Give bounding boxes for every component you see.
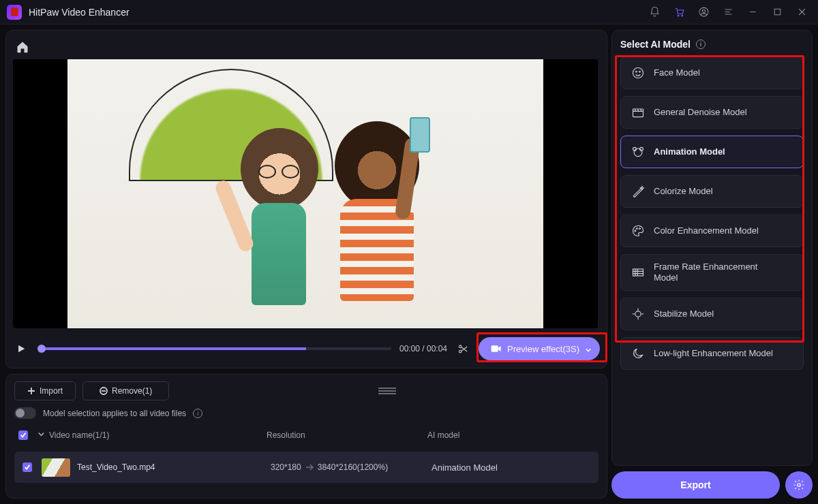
svg-point-20 <box>637 228 638 230</box>
model-label: Face Model <box>654 67 700 78</box>
app-title: HitPaw Video Enhancer <box>29 7 130 18</box>
face-icon <box>631 65 646 80</box>
model-label: Stabilize Model <box>654 309 714 319</box>
svg-point-21 <box>639 228 641 230</box>
model-label: Colorize Model <box>654 186 713 197</box>
drag-handle-icon[interactable] <box>176 388 599 394</box>
svg-rect-9 <box>378 388 396 389</box>
model-label: Color Enhancement Model <box>654 225 759 236</box>
remove-label: Remove(1) <box>112 386 152 396</box>
model-label: Low-light Enhancement Model <box>654 348 773 359</box>
moon-icon <box>631 346 646 361</box>
scissors-icon[interactable] <box>455 343 470 355</box>
model-label: General Denoise Model <box>654 107 747 118</box>
titlebar: HitPaw Video Enhancer <box>0 0 818 25</box>
import-label: Import <box>40 386 63 396</box>
arrow-right-icon <box>305 464 314 471</box>
svg-point-1 <box>681 15 682 16</box>
model-face[interactable]: Face Model <box>620 57 804 89</box>
remove-button[interactable]: Remove(1) <box>82 381 169 400</box>
model-panel: Select AI Model i Face Model General Den… <box>611 30 813 466</box>
file-list-panel: Import Remove(1) Model selection applies… <box>5 374 607 499</box>
time-display: 00:00 / 00:04 <box>399 344 447 353</box>
info-icon[interactable]: i <box>696 40 706 49</box>
model-colorize[interactable]: Colorize Model <box>620 175 804 208</box>
svg-point-12 <box>633 68 643 78</box>
export-button[interactable]: Export <box>611 471 780 499</box>
chevron-down-icon <box>585 345 592 352</box>
preview-effect-label: Preview effect(3S) <box>507 344 579 354</box>
window-minimize-icon[interactable] <box>740 0 765 25</box>
preview-effect-button[interactable]: Preview effect(3S) <box>479 337 600 360</box>
play-icon[interactable] <box>13 343 29 354</box>
palette-icon <box>631 223 646 238</box>
svg-point-0 <box>678 15 679 16</box>
chevron-down-icon[interactable] <box>37 430 45 440</box>
model-label: Frame Rate Enhancement Model <box>654 262 763 283</box>
resolution-in: 320*180 <box>271 462 301 472</box>
header-checkbox[interactable] <box>18 430 28 440</box>
crosshair-icon <box>631 306 646 321</box>
timeline-thumb[interactable] <box>37 345 46 353</box>
frames-icon <box>631 265 646 280</box>
export-settings-button[interactable] <box>785 471 813 499</box>
svg-rect-10 <box>378 390 396 392</box>
col-model: AI model <box>427 430 599 440</box>
model-stabilize[interactable]: Stabilize Model <box>620 298 804 330</box>
svg-rect-7 <box>491 345 498 351</box>
menu-icon[interactable] <box>716 0 740 25</box>
svg-point-23 <box>635 311 641 317</box>
col-resolution: Resolution <box>267 430 422 440</box>
svg-rect-11 <box>378 393 396 394</box>
row-model: Animation Model <box>431 462 594 473</box>
model-label: Animation Model <box>654 146 725 157</box>
apply-all-label: Model selection applies to all video fil… <box>43 409 186 418</box>
model-low-light[interactable]: Low-light Enhancement Model <box>620 337 804 370</box>
model-frame-rate[interactable]: Frame Rate Enhancement Model <box>620 254 804 291</box>
model-animation[interactable]: Animation Model <box>620 136 804 168</box>
video-thumbnail <box>42 458 70 477</box>
bear-icon <box>631 144 646 159</box>
home-icon[interactable] <box>13 37 32 57</box>
col-name: Video name(1/1) <box>49 430 110 440</box>
window-close-icon[interactable] <box>789 0 814 25</box>
app-logo <box>7 5 22 20</box>
svg-point-13 <box>636 72 637 73</box>
clapboard-icon <box>631 105 646 120</box>
svg-point-24 <box>798 484 801 487</box>
cart-icon[interactable] <box>667 0 691 25</box>
svg-point-16 <box>634 148 642 157</box>
svg-rect-4 <box>774 9 781 15</box>
apply-all-toggle[interactable] <box>14 407 36 419</box>
model-color-enhance[interactable]: Color Enhancement Model <box>620 215 804 247</box>
preview-panel: 00:00 / 00:04 Preview effect(3S) <box>5 30 607 368</box>
svg-point-19 <box>635 230 636 232</box>
wand-icon <box>631 184 646 199</box>
table-row[interactable]: Test_Video_Two.mp4 320*180 3840*2160(120… <box>14 452 599 483</box>
file-name: Test_Video_Two.mp4 <box>77 462 155 472</box>
row-checkbox[interactable] <box>22 462 32 472</box>
import-button[interactable]: Import <box>14 381 76 400</box>
export-label: Export <box>680 479 710 490</box>
window-maximize-icon[interactable] <box>765 0 789 25</box>
user-icon[interactable] <box>691 0 716 25</box>
model-general-denoise[interactable]: General Denoise Model <box>620 96 804 129</box>
svg-rect-22 <box>633 269 643 276</box>
video-preview[interactable] <box>13 59 598 328</box>
info-icon[interactable]: i <box>193 409 202 418</box>
svg-point-3 <box>702 10 705 12</box>
svg-point-14 <box>639 72 641 73</box>
resolution-out: 3840*2160(1200%) <box>318 462 388 472</box>
model-panel-title: Select AI Model <box>620 39 691 50</box>
timeline-slider[interactable] <box>37 347 391 350</box>
bell-icon[interactable] <box>642 0 667 25</box>
